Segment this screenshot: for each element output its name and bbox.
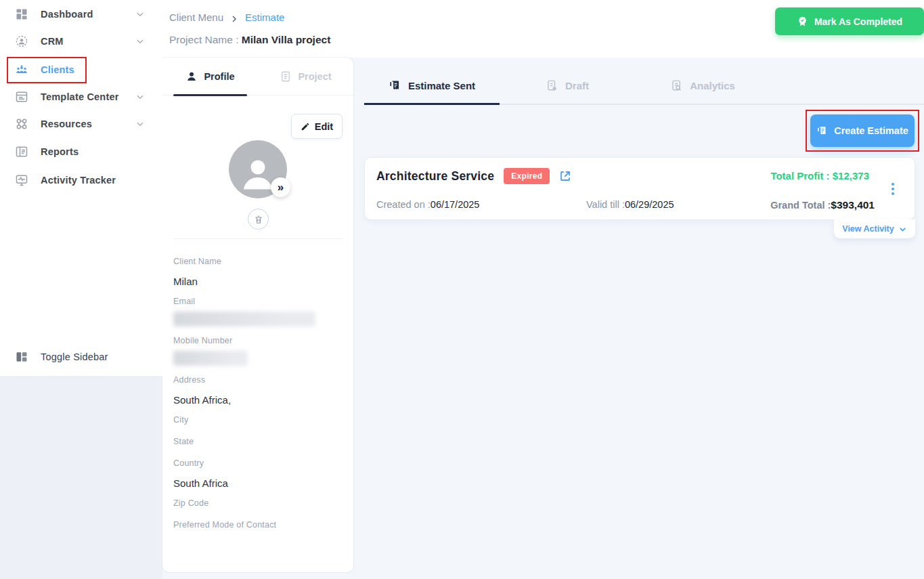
state-label: State xyxy=(173,437,343,446)
avatar: » xyxy=(229,140,287,198)
created-on-value: 06/17/2025 xyxy=(431,199,480,210)
mark-as-completed-label: Mark As Completed xyxy=(814,16,902,27)
sidebar-item-clients[interactable]: Clients xyxy=(0,56,162,83)
clients-icon xyxy=(15,63,28,77)
kebab-menu-icon[interactable] xyxy=(892,183,894,195)
chevron-down-icon xyxy=(898,225,907,234)
tab-project[interactable]: Project xyxy=(258,58,353,95)
valid-till-label: Valid till : xyxy=(586,199,625,210)
estimate-card-header: Architecture Service Expired xyxy=(376,168,571,184)
chevron-down-icon xyxy=(135,9,145,19)
crm-icon xyxy=(15,35,28,48)
chevron-down-icon xyxy=(135,37,145,46)
sidebar-item-activity-tracker[interactable]: Activity Tracker xyxy=(0,167,162,194)
sidebar-item-label: Dashboard xyxy=(41,9,135,20)
breadcrumb-parent[interactable]: Client Menu xyxy=(169,12,223,23)
sidebar-item-label: Activity Tracker xyxy=(41,175,162,186)
sidebar-item-template-center[interactable]: Template Center xyxy=(0,83,162,110)
chevron-down-icon xyxy=(135,119,145,129)
valid-till-value: 06/29/2025 xyxy=(625,199,674,210)
total-profit: Total Profit : $12,373 xyxy=(770,170,869,181)
tab-analytics[interactable]: Analytics xyxy=(635,68,770,104)
client-fields: Client Name Milan Email Mobile Number Ad… xyxy=(173,257,343,542)
chevron-down-icon xyxy=(135,92,145,102)
draft-icon xyxy=(546,79,558,92)
sidebar: Dashboard CRM Clients Template Center xyxy=(0,0,162,376)
created-on: Created on :06/17/2025 xyxy=(376,199,479,210)
dashboard-icon xyxy=(15,7,28,21)
mobile-number-label: Mobile Number xyxy=(173,336,343,345)
edit-button-label: Edit xyxy=(315,121,333,132)
mobile-redacted-value xyxy=(173,351,248,366)
create-estimate-label: Create Estimate xyxy=(834,125,908,136)
sidebar-item-label: CRM xyxy=(41,36,135,47)
toggle-sidebar-icon xyxy=(15,350,28,364)
estimate-title: Architecture Service xyxy=(376,169,494,184)
estimate-sent-icon xyxy=(389,79,401,92)
created-on-label: Created on : xyxy=(376,199,431,210)
grand-total-label: Grand Total : xyxy=(770,200,831,211)
address-label: Address xyxy=(173,375,343,385)
edit-button[interactable]: Edit xyxy=(291,114,343,139)
template-center-icon xyxy=(15,90,28,104)
client-name-value: Milan xyxy=(173,276,343,287)
estimate-card: Architecture Service Expired Total Profi… xyxy=(364,157,915,220)
sidebar-item-crm[interactable]: CRM xyxy=(0,28,162,55)
email-redacted-value xyxy=(173,312,315,326)
client-name-label: Client Name xyxy=(173,257,343,266)
resources-icon xyxy=(15,117,28,131)
tab-draft[interactable]: Draft xyxy=(500,68,635,104)
grand-total-value: $393,401 xyxy=(831,199,875,211)
valid-till: Valid till :06/29/2025 xyxy=(586,199,674,210)
person-icon xyxy=(185,70,198,83)
sidebar-item-label: Reports xyxy=(41,146,162,157)
grand-total: Grand Total :$393,401 xyxy=(770,199,875,211)
tab-estimate-sent-label: Estimate Sent xyxy=(408,80,475,91)
sidebar-item-reports[interactable]: Reports xyxy=(0,138,162,165)
sidebar-item-resources[interactable]: Resources xyxy=(0,110,162,137)
document-icon xyxy=(280,70,292,83)
tab-project-label: Project xyxy=(298,71,331,82)
chevron-right-icon xyxy=(230,14,238,22)
sidebar-item-label: Template Center xyxy=(41,91,135,102)
status-badge: Expired xyxy=(504,168,550,184)
project-name-label: Project Name : xyxy=(169,34,239,45)
external-link-icon[interactable] xyxy=(559,170,571,182)
country-label: Country xyxy=(173,458,343,468)
view-activity-label: View Activity xyxy=(842,224,894,234)
activity-tracker-icon xyxy=(15,173,28,187)
client-profile-card: Profile Project Edit » Client Name Milan… xyxy=(162,58,353,572)
estimate-card-meta: Created on :06/17/2025 Valid till :06/29… xyxy=(376,199,875,210)
tab-draft-label: Draft xyxy=(565,80,589,91)
preferred-contact-label: Preferred Mode of Contact xyxy=(173,520,343,530)
project-name-value: Milan Villa project xyxy=(242,34,331,45)
country-value: South Africa xyxy=(173,477,343,489)
total-profit-label: Total Profit : xyxy=(770,170,832,181)
mark-as-completed-button[interactable]: Mark As Completed xyxy=(775,7,924,35)
pencil-icon xyxy=(301,122,310,131)
zip-code-label: Zip Code xyxy=(173,498,343,508)
sidebar-item-dashboard[interactable]: Dashboard xyxy=(0,1,162,28)
total-profit-value: $12,373 xyxy=(833,170,869,181)
estimate-tabs: Estimate Sent Draft Analytics xyxy=(364,68,924,105)
tab-analytics-label: Analytics xyxy=(690,80,735,91)
divider xyxy=(173,238,343,239)
breadcrumb-current[interactable]: Estimate xyxy=(245,12,284,23)
page-header: Client Menu Estimate Project Name : Mila… xyxy=(162,0,924,58)
toggle-sidebar-button[interactable]: Toggle Sidebar xyxy=(0,343,162,370)
address-value: South Africa, xyxy=(173,394,343,406)
city-label: City xyxy=(173,415,343,425)
tab-profile[interactable]: Profile xyxy=(162,58,258,95)
view-activity-button[interactable]: View Activity xyxy=(834,219,915,238)
project-name-row: Project Name : Milan Villa project xyxy=(169,34,330,46)
seal-icon xyxy=(797,16,808,27)
email-label: Email xyxy=(173,297,343,306)
create-estimate-button[interactable]: Create Estimate xyxy=(810,114,915,147)
profile-card-tabs: Profile Project xyxy=(162,58,353,95)
delete-avatar-button[interactable] xyxy=(248,209,269,230)
tab-profile-label: Profile xyxy=(204,71,234,82)
tab-estimate-sent[interactable]: Estimate Sent xyxy=(364,68,500,104)
toggle-sidebar-label: Toggle Sidebar xyxy=(41,351,162,362)
expand-avatar-button[interactable]: » xyxy=(271,177,290,197)
sidebar-item-label: Resources xyxy=(41,119,135,129)
